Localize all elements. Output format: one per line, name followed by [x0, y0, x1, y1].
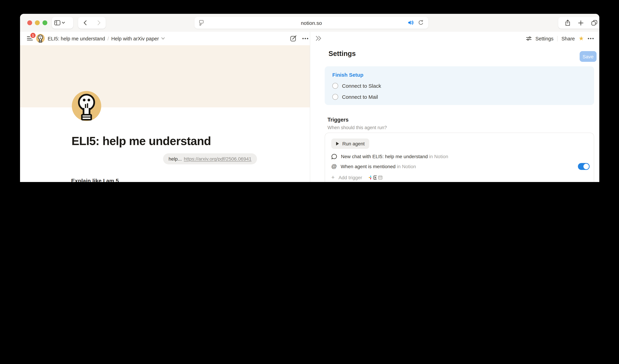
triggers-heading: Triggers	[327, 117, 349, 123]
breadcrumb-agent[interactable]: ELI5: help me understand	[48, 36, 105, 41]
svg-text:N: N	[374, 176, 377, 179]
settings-tab[interactable]: Settings	[535, 36, 554, 41]
heading-explain: Explain like I am 5	[71, 177, 267, 182]
sidebar-icon	[54, 20, 60, 26]
audio-mute-icon[interactable]	[408, 20, 414, 25]
forward-button[interactable]	[97, 20, 100, 25]
notification-badge: 1	[30, 32, 36, 39]
calendar-icon	[377, 174, 384, 181]
add-trigger-row[interactable]: + Add trigger N	[331, 173, 384, 182]
browser-toolbar: notion.so	[20, 14, 599, 32]
page-header-actions: •••	[290, 32, 309, 45]
minimize-window-button[interactable]	[35, 20, 40, 25]
trigger-row-new-chat[interactable]: New chat with ELI5: help me understand i…	[331, 152, 448, 161]
at-icon: @	[331, 163, 337, 169]
chat-bubble-icon	[331, 154, 337, 159]
triggers-subheading: When should this agent run?	[327, 125, 387, 130]
page-cover	[20, 45, 310, 107]
reload-icon[interactable]	[418, 20, 423, 26]
address-bar[interactable]: notion.so	[195, 17, 428, 29]
chevron-down-icon[interactable]	[161, 37, 165, 40]
new-tab-icon[interactable]	[578, 20, 583, 25]
collapse-panel-icon[interactable]	[316, 36, 322, 41]
radio-icon[interactable]	[332, 94, 338, 100]
plus-icon: +	[331, 174, 335, 181]
run-agent-button[interactable]: Run agent	[331, 139, 369, 149]
chevron-down-icon	[62, 22, 65, 24]
share-button[interactable]: Share	[562, 36, 575, 41]
close-window-button[interactable]	[27, 20, 32, 25]
mention-toggle[interactable]	[578, 163, 590, 170]
browser-window: notion.so	[20, 14, 599, 182]
breadcrumb-page[interactable]: Help with arXiv paper	[111, 36, 159, 41]
reader-icon[interactable]	[199, 20, 204, 26]
pane-divider	[310, 32, 310, 182]
triggers-card: Run agent New chat with ELI5: help me un…	[325, 133, 594, 182]
trigger-source-badges: N	[367, 174, 384, 181]
save-button[interactable]: Save	[580, 51, 597, 62]
agent-emoji-icon[interactable]	[36, 34, 45, 43]
chip-label: help...	[169, 156, 182, 162]
panel-more-options-icon[interactable]: •••	[588, 36, 594, 41]
radio-icon[interactable]	[332, 83, 338, 89]
page-title: ELI5: help me understand	[71, 134, 211, 148]
share-icon[interactable]	[565, 20, 570, 26]
breadcrumb-separator: /	[107, 36, 109, 41]
favorite-star-icon[interactable]: ★	[578, 36, 584, 42]
finish-setup-link[interactable]: Finish Setup	[332, 72, 363, 78]
more-options-icon[interactable]: •••	[302, 36, 309, 41]
finish-setup-card: Finish Setup Connect to Slack Connect to…	[325, 66, 594, 105]
tab-overview-icon[interactable]	[591, 20, 597, 26]
arxiv-link-chip[interactable]: help... https://arxiv.org/pdf/2506.06941	[163, 153, 257, 164]
nav-buttons	[78, 17, 106, 29]
trigger-row-mention[interactable]: @ When agent is mentioned in Notion	[331, 162, 416, 171]
compose-icon[interactable]	[290, 35, 297, 42]
toolbar-right-buttons	[558, 17, 599, 29]
url-text: notion.so	[301, 20, 322, 26]
desktop: notion.so	[0, 0, 619, 182]
zoom-window-button[interactable]	[42, 20, 47, 25]
connect-slack-option[interactable]: Connect to Slack	[332, 83, 381, 89]
divider	[557, 36, 558, 41]
back-button[interactable]	[84, 20, 86, 25]
sliders-icon	[526, 36, 532, 41]
connect-mail-option[interactable]: Connect to Mail	[332, 94, 378, 100]
breadcrumb: ELI5: help me understand / Help with arX…	[48, 32, 165, 45]
sidebar-toggle-button[interactable]	[52, 17, 73, 29]
agent-avatar[interactable]	[71, 90, 101, 122]
arxiv-link[interactable]: https://arxiv.org/pdf/2506.06941	[184, 156, 252, 162]
settings-header-actions: Settings Share ★ •••	[526, 32, 594, 45]
settings-panel-title: Settings	[328, 50, 356, 58]
